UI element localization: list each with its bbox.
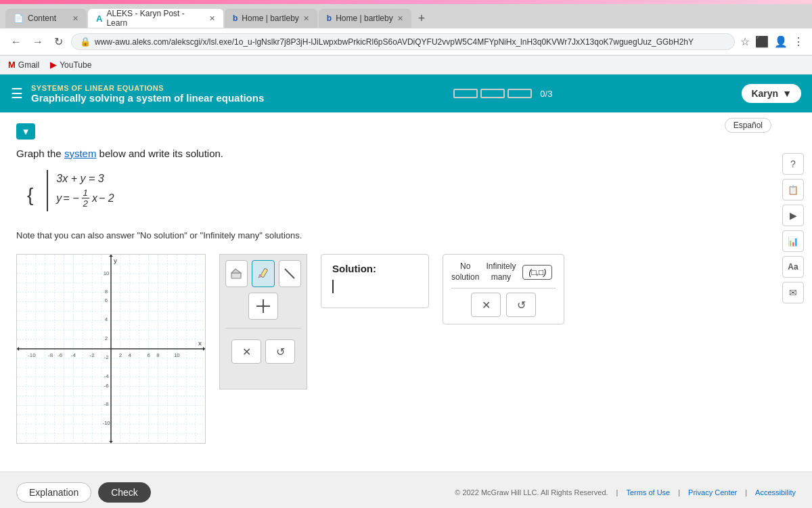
line-tool[interactable] xyxy=(279,260,301,287)
refresh-button[interactable]: ↻ xyxy=(51,34,66,49)
progress-segment-1 xyxy=(453,89,478,98)
tab-bartleby1-close[interactable]: ✕ xyxy=(303,14,309,23)
progress-segment-2 xyxy=(480,89,505,98)
collapse-button[interactable]: ▼ xyxy=(16,123,35,140)
svg-text:4: 4 xyxy=(129,352,132,358)
work-area: x y -10 -8 -6 -4 -2 2 4 6 8 10 10 8 6 4 … xyxy=(16,254,796,444)
header-left: ☰ SYSTEMS OF LINEAR EQUATIONS Graphicall… xyxy=(11,84,264,104)
solution-cursor xyxy=(332,280,334,293)
user-label: Karyn xyxy=(751,88,778,99)
url-bar[interactable]: 🔒 www-awu.aleks.com/alekscgi/x/lsl.exe/1… xyxy=(71,33,735,50)
graph-svg: x y -10 -8 -6 -4 -2 2 4 6 8 10 10 8 6 4 … xyxy=(17,255,205,443)
header-title: Graphically solving a system of linear e… xyxy=(31,92,264,104)
explanation-button[interactable]: Explanation xyxy=(16,482,91,503)
tools-bottom: ✕ ↺ xyxy=(225,337,301,364)
extension-icon[interactable]: ⬛ xyxy=(755,35,769,48)
tab-bartleby1[interactable]: b Home | bartleby ✕ xyxy=(225,9,317,28)
privacy-link[interactable]: Privacy Center xyxy=(688,488,737,496)
clear-graph-button[interactable]: ✕ xyxy=(231,339,261,364)
header-subtitle: SYSTEMS OF LINEAR EQUATIONS xyxy=(31,84,264,92)
svg-text:x: x xyxy=(198,339,202,347)
font-icon-btn[interactable]: Aa xyxy=(782,256,804,278)
svg-text:10: 10 xyxy=(174,352,180,358)
accessibility-link[interactable]: Accessibility xyxy=(755,488,796,496)
notes-icon-btn[interactable]: 📋 xyxy=(782,179,804,200)
youtube-icon: ▶ xyxy=(50,60,57,70)
copyright-text: © 2022 McGraw Hill LLC. All Rights Reser… xyxy=(455,488,608,496)
tab-aleks-label: ALEKS - Karyn Post - Learn xyxy=(106,9,205,28)
header-center: 0/3 xyxy=(453,89,552,99)
system-link[interactable]: system xyxy=(64,148,97,159)
infinitely-many-button[interactable]: Infinitelymany xyxy=(486,261,516,282)
more-icon[interactable]: ⋮ xyxy=(793,35,804,48)
bookmark-youtube[interactable]: ▶ YouTube xyxy=(50,60,91,70)
gmail-label: Gmail xyxy=(18,60,39,70)
address-bar: ← → ↻ 🔒 www-awu.aleks.com/alekscgi/x/lsl… xyxy=(0,28,812,56)
footer-copyright: © 2022 McGraw Hill LLC. All Rights Reser… xyxy=(455,488,796,496)
message-icon-btn[interactable]: ✉ xyxy=(782,282,804,303)
separator-2: | xyxy=(678,488,680,496)
svg-text:2: 2 xyxy=(105,335,108,341)
equation-1: 3x + y = 3 xyxy=(56,173,114,185)
add-point-tool[interactable] xyxy=(248,293,278,320)
new-tab-button[interactable]: + xyxy=(413,10,431,27)
app-header: ☰ SYSTEMS OF LINEAR EQUATIONS Graphicall… xyxy=(0,75,812,112)
eraser-tool[interactable] xyxy=(225,260,248,287)
user-menu-button[interactable]: Karyn ▼ xyxy=(742,84,801,103)
help-icon-btn[interactable]: ? xyxy=(782,153,804,175)
back-button[interactable]: ← xyxy=(8,35,24,49)
svg-marker-66 xyxy=(231,269,241,273)
video-icon-btn[interactable]: ▶ xyxy=(782,205,804,226)
solution-box: Solution: xyxy=(321,254,429,308)
graph-container[interactable]: x y -10 -8 -6 -4 -2 2 4 6 8 10 10 8 6 4 … xyxy=(16,254,206,444)
forward-button[interactable]: → xyxy=(30,35,46,49)
header-right: Karyn ▼ xyxy=(742,84,801,103)
clear-answer-button[interactable]: ✕ xyxy=(471,293,501,317)
tab-aleks[interactable]: A ALEKS - Karyn Post - Learn ✕ xyxy=(88,9,223,28)
tab-content[interactable]: 📄 Content ✕ xyxy=(5,9,87,28)
tab-bartleby2[interactable]: b Home | bartleby ✕ xyxy=(319,9,411,28)
progress-bar xyxy=(453,89,532,98)
equation-system: 3x + y = 3 y = −12x − 2 xyxy=(47,170,114,211)
bookmark-star-icon[interactable]: ☆ xyxy=(740,35,750,48)
svg-rect-65 xyxy=(231,273,241,278)
svg-text:y: y xyxy=(114,257,117,264)
undo-graph-button[interactable]: ↺ xyxy=(265,339,295,364)
tab-bartleby2-close[interactable]: ✕ xyxy=(397,14,403,23)
tools-panel: ✕ ↺ xyxy=(219,254,307,389)
check-button[interactable]: Check xyxy=(98,482,151,503)
pencil-tool[interactable] xyxy=(252,260,274,287)
svg-text:-4: -4 xyxy=(71,352,76,358)
profile-icon[interactable]: 👤 xyxy=(774,35,788,48)
coordinate-button[interactable]: (□,□) xyxy=(522,265,552,280)
header-title-section: SYSTEMS OF LINEAR EQUATIONS Graphically … xyxy=(31,84,264,104)
svg-text:-6: -6 xyxy=(104,383,110,389)
brace-left: { xyxy=(27,184,33,206)
terms-link[interactable]: Terms of Use xyxy=(626,488,670,496)
undo-answer-button[interactable]: ↺ xyxy=(506,293,536,317)
svg-text:-8: -8 xyxy=(104,401,110,407)
svg-text:-10: -10 xyxy=(102,420,110,426)
tab-content-close[interactable]: ✕ xyxy=(72,14,78,23)
espanol-button[interactable]: Español xyxy=(725,118,771,133)
tools-divider xyxy=(225,328,301,329)
coord-label: (□,□) xyxy=(528,268,546,277)
separator-1: | xyxy=(616,488,618,496)
progress-text: 0/3 xyxy=(540,89,552,99)
no-solution-label: Nosolution xyxy=(451,261,479,282)
bookmark-gmail[interactable]: M Gmail xyxy=(8,60,39,70)
hamburger-menu[interactable]: ☰ xyxy=(11,85,23,102)
svg-text:8: 8 xyxy=(156,352,160,358)
svg-text:6: 6 xyxy=(105,297,108,303)
toolbar-icons: ☆ ⬛ 👤 ⋮ xyxy=(740,35,804,48)
svg-line-69 xyxy=(285,269,294,278)
tab-aleks-close[interactable]: ✕ xyxy=(209,14,215,23)
table-icon-btn[interactable]: 📊 xyxy=(782,230,804,252)
footer: Explanation Check © 2022 McGraw Hill LLC… xyxy=(0,471,812,508)
right-sidebar: ? 📋 ▶ 📊 Aa ✉ xyxy=(782,153,804,303)
no-solution-button[interactable]: Nosolution xyxy=(451,261,479,282)
svg-text:-2: -2 xyxy=(104,354,110,360)
note-text: Note that you can also answer "No soluti… xyxy=(16,230,796,240)
svg-text:-4: -4 xyxy=(104,373,110,379)
infinitely-many-label: Infinitelymany xyxy=(486,261,516,282)
